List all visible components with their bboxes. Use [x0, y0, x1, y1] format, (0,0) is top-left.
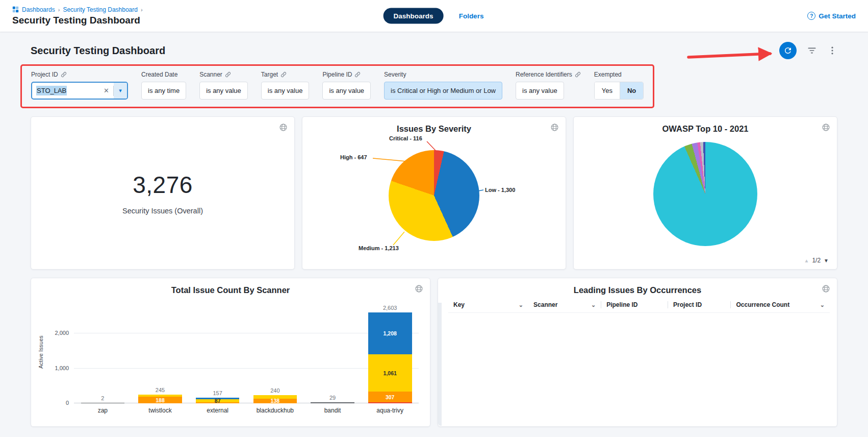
y-tick-label: 2,000 [55, 330, 69, 336]
owasp-pie[interactable] [653, 142, 757, 246]
get-started-label: Get Started [819, 12, 856, 20]
link-icon [225, 71, 231, 78]
pie-label-low: Low - 1,300 [485, 187, 515, 193]
column-label: Pipeline ID [606, 301, 637, 308]
filter-button[interactable] [807, 45, 817, 56]
filter-value-pipeline-id[interactable]: is any value [322, 82, 371, 100]
page-up-icon[interactable]: ▲ [804, 258, 809, 263]
column-header-project-id[interactable]: Project ID [668, 301, 730, 308]
tile-total-issue-count-by-scanner: Total Issue Count By Scanner Active Issu… [31, 278, 430, 427]
y-tick-label: 0 [66, 400, 69, 406]
bar-segment-other [311, 402, 354, 403]
sort-chevron-icon[interactable]: ⌄ [519, 302, 523, 308]
filter-label: Scanner [199, 71, 248, 78]
column-header-occurrence-count[interactable]: Occurrence Count⌄ [730, 301, 829, 308]
globe-icon[interactable] [279, 123, 288, 132]
filter-value-target[interactable]: is any value [261, 82, 310, 100]
globe-icon[interactable] [822, 123, 830, 132]
pie-label-medium: Medium - 1,213 [359, 245, 399, 251]
y-tick-label: 1,000 [55, 365, 69, 371]
refresh-icon [783, 46, 793, 55]
breadcrumb-security-testing-dashboard[interactable]: Security Testing Dashboard [63, 6, 138, 13]
filter-value-severity[interactable]: is Critical or High or Medium or Low [384, 82, 502, 100]
bar-blackduckhub[interactable]: 240138 [246, 301, 304, 403]
bar-aqua-trivy[interactable]: 2,6033071,0611,208 [361, 301, 419, 403]
header-right: ? Get Started [807, 0, 856, 32]
table-body [438, 313, 837, 410]
segment-value-label: 138 [271, 398, 280, 404]
pie-label-high: High - 647 [340, 154, 367, 160]
annotation-rectangle: Project IDSTO_LAB✕▾Created Dateis any ti… [20, 64, 654, 108]
more-options-button[interactable] [827, 45, 837, 56]
tab-folders[interactable]: Folders [458, 8, 485, 24]
tile-owasp-top-10: OWASP Top 10 - 2021 ▲ 1/2 ▼ [573, 116, 837, 270]
bar-total-label: 2,603 [383, 305, 397, 311]
link-icon [61, 71, 67, 78]
get-started-link[interactable]: ? Get Started [807, 12, 856, 20]
filter-label: Severity [384, 71, 502, 78]
column-label: Project ID [673, 301, 702, 308]
filter-value-created-date[interactable]: is any time [141, 82, 186, 100]
tile-issues-by-severity: Issues By Severity Critical - 116Low - 1… [302, 116, 566, 270]
column-header-scanner[interactable]: Scanner⌄ [528, 301, 601, 308]
chevron-down-icon[interactable]: ▾ [114, 83, 127, 99]
pie-pager: ▲ 1/2 ▼ [804, 257, 829, 264]
tab-dashboards[interactable]: Dashboards [384, 8, 444, 24]
exempted-yes-button[interactable]: Yes [595, 82, 620, 99]
filter-label: Created Date [141, 71, 186, 78]
bar-total-label: 245 [156, 387, 165, 393]
segment-value-label: 1,208 [384, 330, 397, 336]
segment-value-label: 307 [386, 394, 395, 400]
x-axis-labels: zaptwistlockexternalblackduckhubbanditaq… [74, 407, 419, 414]
bar-external[interactable]: 15787 [189, 301, 246, 403]
breadcrumb-separator-icon: › [141, 7, 143, 13]
breadcrumb: Dashboards › Security Testing Dashboard … [12, 6, 143, 13]
filter-pipeline-id: Pipeline IDis any value [322, 71, 371, 100]
table-header: Key⌄Scanner⌄Pipeline IDProject IDOccurre… [448, 301, 830, 313]
filter-value-scanner[interactable]: is any value [199, 82, 248, 100]
bar-bandit[interactable]: 29 [304, 301, 362, 403]
sort-chevron-icon[interactable]: ⌄ [591, 302, 596, 308]
segment-value-label: 1,061 [384, 370, 397, 376]
page-indicator: 1/2 [812, 257, 821, 264]
dashboards-grid-icon [12, 6, 19, 13]
globe-icon[interactable] [822, 284, 830, 293]
bar-twistlock[interactable]: 245188 [132, 301, 189, 403]
help-icon: ? [807, 12, 815, 20]
severity-pie[interactable] [389, 150, 479, 241]
filter-severity: Severityis Critical or High or Medium or… [384, 71, 502, 100]
project-id-combobox[interactable]: STO_LAB✕▾ [31, 82, 128, 100]
column-label: Key [453, 301, 465, 308]
category-label: aqua-trivy [361, 407, 419, 414]
sort-chevron-icon[interactable]: ⌄ [820, 302, 825, 308]
category-label: blackduckhub [246, 407, 304, 414]
page-title: Security Testing Dashboard [12, 15, 143, 26]
exempted-no-button[interactable]: No [620, 82, 643, 99]
link-icon [280, 71, 287, 78]
globe-icon[interactable] [415, 284, 423, 293]
dashboard-controls [779, 42, 837, 59]
bar-segment-medium: 87 [196, 399, 240, 402]
table-scrollbar[interactable] [438, 303, 442, 426]
y-axis-label: Active Issues [36, 301, 45, 403]
bar-total-label: 240 [270, 387, 279, 394]
bar-segment-medium: 1,061 [368, 354, 412, 392]
tile-security-issues-overall: 3,276 Security Issues (Overall) [31, 116, 295, 270]
bar-segment-high: 307 [368, 392, 412, 402]
column-header-pipeline-id[interactable]: Pipeline ID [601, 301, 668, 308]
filter-exempted: ExemptedYesNo [594, 71, 644, 100]
filter-value-reference-identifiers[interactable]: is any value [516, 82, 564, 100]
header-left: Dashboards › Security Testing Dashboard … [12, 0, 143, 32]
tile-leading-issues-by-occurrences: Leading Issues By Occurrences Key⌄Scanne… [438, 278, 837, 427]
filter-label: Exempted [594, 71, 644, 78]
filter-reference-identifiers: Reference Identifiersis any value [516, 71, 581, 100]
bar-zap[interactable]: 2 [74, 301, 132, 403]
column-header-key[interactable]: Key⌄ [448, 301, 528, 308]
page-down-icon[interactable]: ▼ [824, 258, 829, 263]
severity-pie-chart: Critical - 116Low - 1,300Medium - 1,213H… [332, 134, 536, 258]
refresh-button[interactable] [779, 42, 797, 59]
pie-label-critical: Critical - 116 [389, 135, 422, 141]
globe-icon[interactable] [550, 123, 559, 132]
breadcrumb-dashboards[interactable]: Dashboards [22, 6, 55, 13]
clear-icon[interactable]: ✕ [99, 87, 113, 94]
